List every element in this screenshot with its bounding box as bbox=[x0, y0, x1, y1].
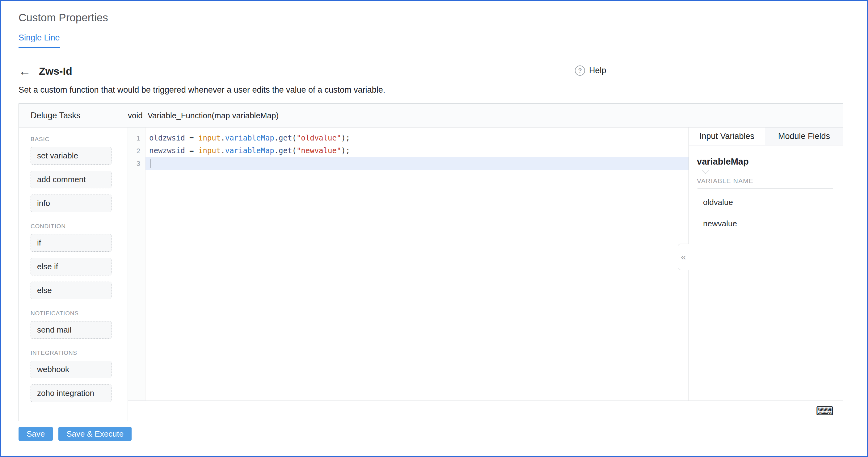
help-label: Help bbox=[589, 66, 607, 75]
variable-column-header: VARIABLE NAME bbox=[697, 177, 834, 188]
code-token: . bbox=[221, 134, 225, 142]
code-token: "newvalue" bbox=[297, 146, 341, 155]
panel-tabs: Input VariablesModule Fields bbox=[689, 128, 843, 145]
code-token: . bbox=[274, 146, 279, 155]
variables-panel: Input VariablesModule Fields variableMap… bbox=[688, 128, 843, 400]
code-token: get bbox=[279, 146, 292, 155]
code-token: ); bbox=[341, 134, 350, 142]
line-number: 1 bbox=[128, 132, 145, 144]
code-token: input bbox=[198, 134, 221, 142]
variable-row-oldvalue[interactable]: oldvalue bbox=[697, 192, 843, 213]
code-token: ( bbox=[292, 134, 296, 142]
editor-main-row: 123 oldzwsid = input.variableMap.get("ol… bbox=[128, 128, 843, 400]
editor-body: BASICset variableadd commentinfoCONDITIO… bbox=[19, 128, 843, 421]
code-token: "oldvalue" bbox=[297, 134, 341, 142]
code-editor[interactable]: oldzwsid = input.variableMap.get("oldval… bbox=[146, 128, 688, 400]
task-button-add-comment[interactable]: add comment bbox=[31, 171, 112, 188]
task-button-else-if[interactable]: else if bbox=[31, 258, 112, 275]
page-title: Custom Properties bbox=[19, 11, 867, 24]
code-token: variableMap bbox=[225, 134, 274, 142]
code-token: variableMap bbox=[225, 146, 274, 155]
variable-row-newvalue[interactable]: newvalue bbox=[697, 213, 843, 234]
tab-row: Single Line bbox=[1, 33, 867, 48]
task-sidebar: BASICset variableadd commentinfoCONDITIO… bbox=[19, 128, 128, 421]
task-button-if[interactable]: if bbox=[31, 234, 112, 252]
top-bar: Custom Properties Single Line bbox=[1, 1, 867, 48]
panel-content: variableMap VARIABLE NAME oldvaluenewval… bbox=[689, 145, 843, 400]
content: ← Zws-Id ? Help Set a custom function th… bbox=[1, 65, 867, 441]
code-token: get bbox=[279, 134, 292, 142]
deluge-tasks-title: Deluge Tasks bbox=[19, 111, 128, 121]
function-title: Zws-Id bbox=[39, 65, 72, 77]
editor-header: Deluge Tasks voidVariable_Function(map v… bbox=[19, 104, 843, 128]
tab-single-line-label: Single Line bbox=[19, 33, 60, 42]
editor-footer-bar: ⌨ bbox=[128, 400, 843, 421]
code-token: input bbox=[198, 146, 221, 155]
editor-box: Deluge Tasks voidVariable_Function(map v… bbox=[19, 103, 843, 421]
code-line: newzwsid = input.variableMap.get("newval… bbox=[146, 144, 688, 157]
signature-body: Variable_Function(map variableMap) bbox=[148, 111, 279, 120]
code-line bbox=[146, 157, 688, 170]
signature-keyword: void bbox=[128, 111, 143, 120]
code-line: oldzwsid = input.variableMap.get("oldval… bbox=[146, 132, 688, 144]
task-group-label: NOTIFICATIONS bbox=[31, 310, 128, 316]
description-text: Set a custom function that would be trig… bbox=[19, 85, 843, 95]
back-arrow-icon[interactable]: ← bbox=[19, 65, 31, 77]
line-number-gutter: 123 bbox=[128, 128, 146, 400]
task-button-send-mail[interactable]: send mail bbox=[31, 321, 112, 339]
footer-buttons: Save Save & Execute bbox=[19, 427, 843, 441]
task-group-label: INTEGRATIONS bbox=[31, 350, 128, 356]
panel-tab-module-fields[interactable]: Module Fields bbox=[765, 128, 843, 145]
task-button-set-variable[interactable]: set variable bbox=[31, 147, 112, 165]
variable-list: oldvaluenewvalue bbox=[697, 192, 843, 234]
line-number: 2 bbox=[128, 144, 145, 157]
function-signature: voidVariable_Function(map variableMap) bbox=[128, 111, 279, 121]
keyboard-shortcuts-icon[interactable]: ⌨ bbox=[816, 405, 834, 417]
code-token: newzwsid bbox=[149, 146, 185, 155]
task-button-info[interactable]: info bbox=[31, 195, 112, 212]
task-group-label: BASIC bbox=[31, 136, 128, 142]
save-execute-button[interactable]: Save & Execute bbox=[58, 427, 132, 441]
tab-single-line[interactable]: Single Line bbox=[19, 33, 60, 48]
task-button-webhook[interactable]: webhook bbox=[31, 361, 112, 378]
function-header: ← Zws-Id ? Help bbox=[19, 65, 843, 77]
text-cursor bbox=[150, 159, 150, 168]
save-button[interactable]: Save bbox=[19, 427, 53, 441]
code-token: . bbox=[274, 134, 279, 142]
task-button-zoho-integration[interactable]: zoho integration bbox=[31, 385, 112, 402]
help-question-icon: ? bbox=[575, 65, 585, 76]
editor-right-region: 123 oldzwsid = input.variableMap.get("ol… bbox=[128, 128, 843, 421]
chevron-double-left-icon: « bbox=[681, 252, 686, 262]
page: Custom Properties Single Line ← Zws-Id ?… bbox=[0, 0, 868, 457]
map-name: variableMap bbox=[697, 157, 843, 167]
help-button[interactable]: ? Help bbox=[575, 65, 607, 76]
callout-notch bbox=[702, 167, 709, 174]
code-token: ); bbox=[341, 146, 350, 155]
code-token: = bbox=[185, 134, 198, 142]
code-token: = bbox=[185, 146, 198, 155]
code-token: oldzwsid bbox=[149, 134, 185, 142]
panel-tab-input-variables[interactable]: Input Variables bbox=[689, 128, 765, 145]
code-token: . bbox=[221, 146, 225, 155]
task-button-else[interactable]: else bbox=[31, 282, 112, 299]
task-group-label: CONDITION bbox=[31, 223, 128, 229]
line-number: 3 bbox=[128, 157, 145, 170]
collapse-panel-button[interactable]: « bbox=[678, 243, 689, 270]
code-token: ( bbox=[292, 146, 296, 155]
